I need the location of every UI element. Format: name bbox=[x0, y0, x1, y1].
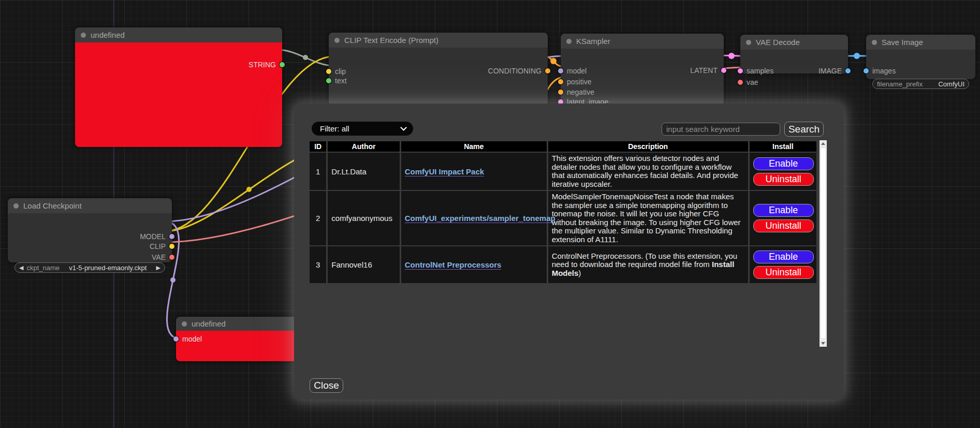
enable-button[interactable]: Enable bbox=[753, 250, 814, 263]
table-row: 1 Dr.Lt.Data ComfyUI Impact Pack This ex… bbox=[310, 153, 816, 190]
link-dot bbox=[728, 53, 735, 59]
column-header: Name bbox=[401, 141, 547, 152]
uninstall-button[interactable]: Uninstall bbox=[753, 219, 814, 232]
ckpt-name-widget[interactable]: ◀ ckpt_name v1-5-pruned-emaonly.ckpt ▶ bbox=[14, 262, 165, 273]
extension-link[interactable]: ComfyUI Impact Pack bbox=[405, 167, 484, 176]
conditioning-output-dot[interactable] bbox=[545, 68, 550, 73]
widget-label: ckpt_name bbox=[26, 264, 60, 272]
row-description: This extension offers various detector n… bbox=[548, 153, 748, 190]
increment-arrow-icon[interactable]: ▶ bbox=[156, 264, 160, 271]
model-input-dot[interactable] bbox=[558, 68, 563, 73]
clip-output-dot[interactable] bbox=[169, 244, 174, 249]
node-title-dot bbox=[334, 38, 340, 43]
link-dot bbox=[170, 277, 175, 283]
model-output-dot[interactable] bbox=[169, 234, 174, 239]
image-output-dot[interactable] bbox=[845, 68, 851, 73]
vae-output-dot[interactable] bbox=[169, 255, 174, 260]
scrollbar-thumb[interactable] bbox=[820, 147, 826, 339]
row-description: ControlNet Preprocessors. (To use this e… bbox=[548, 246, 748, 283]
node-title-dot bbox=[13, 203, 19, 209]
row-id: 1 bbox=[310, 153, 326, 190]
custom-nodes-manager-dialog: Filter: all Search IDAuthorNameDescripti… bbox=[294, 104, 844, 400]
node-save-image[interactable]: Save Image images filename_prefix ComfyU… bbox=[866, 35, 975, 79]
scroll-down-icon[interactable] bbox=[820, 340, 827, 347]
clip-input-dot[interactable] bbox=[326, 69, 331, 74]
widget-value: v1-5-pruned-emaonly.ckpt bbox=[69, 264, 147, 272]
enable-button[interactable]: Enable bbox=[753, 204, 814, 217]
comfyui-canvas[interactable]: { "colors": { "canvas_bg": "#171717", "e… bbox=[0, 0, 980, 428]
uninstall-button[interactable]: Uninstall bbox=[753, 173, 814, 186]
images-input-dot[interactable] bbox=[864, 68, 869, 73]
widget-value: ComfyUI bbox=[938, 80, 964, 88]
column-header: Author bbox=[328, 141, 399, 152]
row-id: 2 bbox=[310, 191, 326, 245]
output-label: CLIP bbox=[150, 242, 166, 250]
extensions-tbody: 1 Dr.Lt.Data ComfyUI Impact Pack This ex… bbox=[310, 153, 816, 283]
vae-input-dot[interactable] bbox=[738, 80, 743, 85]
node-undefined-bottom[interactable]: undefined model bbox=[176, 317, 303, 361]
search-input[interactable] bbox=[662, 123, 780, 136]
node-undefined-top[interactable]: undefined STRING bbox=[75, 27, 282, 147]
output-label: LATENT bbox=[690, 66, 718, 75]
node-title-dot bbox=[182, 321, 187, 327]
input-label: samples bbox=[747, 67, 773, 75]
uninstall-button[interactable]: Uninstall bbox=[753, 266, 814, 279]
input-label: clip bbox=[335, 67, 346, 76]
node-title-dot bbox=[872, 40, 877, 45]
node-title: undefined bbox=[91, 31, 125, 39]
positive-input-dot[interactable] bbox=[558, 79, 563, 84]
input-label: negative bbox=[567, 88, 594, 96]
link-dot bbox=[246, 187, 252, 192]
filter-select[interactable]: Filter: all bbox=[312, 122, 413, 136]
node-title: Load Checkpoint bbox=[23, 201, 82, 210]
row-description: ModelSamplerTonemapNoiseTest a node that… bbox=[548, 191, 748, 245]
widget-label: filename_prefix bbox=[877, 80, 923, 88]
filename-prefix-widget[interactable]: filename_prefix ComfyUI bbox=[872, 79, 969, 89]
extension-link[interactable]: ComfyUI_experiments/sampler_tonemap bbox=[405, 214, 555, 223]
node-title: VAE Decode bbox=[756, 38, 800, 47]
output-label: MODEL bbox=[140, 232, 166, 241]
column-header: Install bbox=[750, 141, 816, 152]
string-output-dot[interactable] bbox=[280, 62, 285, 67]
node-title: Save Image bbox=[882, 38, 923, 47]
filter-label: Filter: all bbox=[320, 124, 349, 133]
input-label: vae bbox=[747, 78, 758, 86]
decrement-arrow-icon[interactable]: ◀ bbox=[19, 264, 23, 271]
node-title-dot bbox=[746, 40, 751, 45]
search-button[interactable]: Search bbox=[784, 122, 824, 137]
output-label: STRING bbox=[248, 61, 276, 69]
node-load-checkpoint[interactable]: Load Checkpoint MODEL CLIP VAE ◀ ckpt_na… bbox=[8, 198, 172, 262]
model-input-dot[interactable] bbox=[173, 336, 179, 342]
node-clip-text-encode[interactable]: CLIP Text Encode (Prompt) clip text COND… bbox=[329, 33, 548, 106]
row-id: 3 bbox=[310, 246, 326, 283]
node-ksampler[interactable]: KSampler model positive negative latent_… bbox=[561, 34, 724, 106]
extension-link[interactable]: ControlNet Preprocessors bbox=[405, 260, 502, 270]
node-vae-decode[interactable]: VAE Decode samples vae IMAGE bbox=[740, 35, 848, 73]
samples-input-dot[interactable] bbox=[738, 68, 743, 73]
input-label: positive bbox=[567, 78, 591, 86]
output-label: CONDITIONING bbox=[488, 67, 542, 75]
input-label: model bbox=[182, 335, 202, 343]
link-dot bbox=[854, 53, 860, 59]
input-label: model bbox=[567, 67, 587, 75]
chevron-down-icon bbox=[400, 124, 407, 131]
input-label: images bbox=[872, 67, 896, 75]
close-button[interactable]: Close bbox=[310, 378, 343, 393]
negative-input-dot[interactable] bbox=[558, 90, 563, 95]
table-row: 2 comfyanonymous ComfyUI_experiments/sam… bbox=[310, 191, 816, 245]
column-header: ID bbox=[310, 141, 326, 152]
enable-button[interactable]: Enable bbox=[753, 157, 814, 170]
row-author: Fannovel16 bbox=[328, 246, 399, 283]
table-row: 3 Fannovel16 ControlNet Preprocessors Co… bbox=[310, 246, 816, 283]
row-author: Dr.Lt.Data bbox=[328, 153, 399, 190]
table-scrollbar[interactable] bbox=[820, 140, 827, 347]
text-input-dot[interactable] bbox=[326, 78, 331, 83]
node-title: KSampler bbox=[576, 37, 610, 46]
output-label: IMAGE bbox=[818, 67, 842, 75]
latent-output-dot[interactable] bbox=[721, 68, 726, 73]
table-header-row: IDAuthorNameDescriptionInstall bbox=[310, 141, 816, 152]
scroll-up-icon[interactable] bbox=[820, 140, 827, 147]
extensions-table: IDAuthorNameDescriptionInstall 1 Dr.Lt.D… bbox=[308, 140, 818, 284]
input-label: text bbox=[335, 77, 347, 85]
error-node-body: model bbox=[176, 331, 303, 361]
